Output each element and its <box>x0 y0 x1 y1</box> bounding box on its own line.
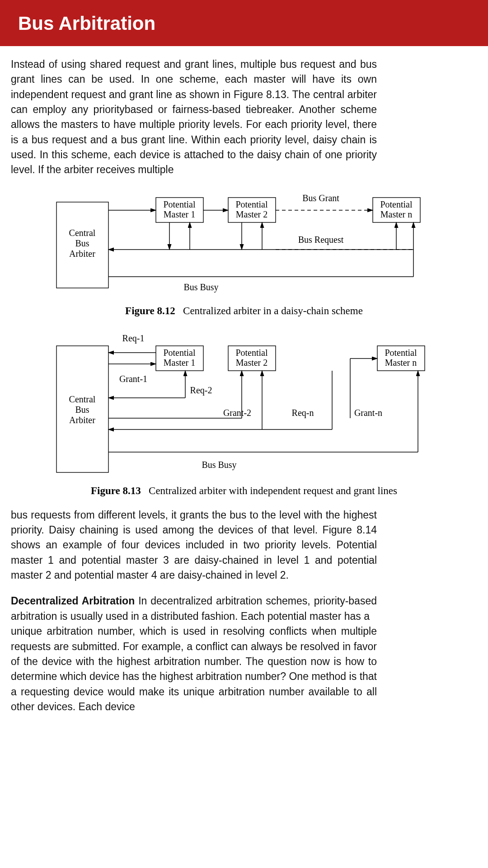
m2b-l2: Master 2 <box>236 358 268 368</box>
figure-8-13: Central Bus Arbiter Potential Master 1 P… <box>52 328 436 481</box>
fig13-cap-bold: Figure 8.13 <box>91 485 141 496</box>
mn-l2: Master n <box>380 209 413 219</box>
figure-8-13-caption: Figure 8.13 Centralized arbiter with ind… <box>11 485 477 497</box>
fig12-cap-text: Centralized arbiter in a daisy-chain sch… <box>183 305 363 316</box>
decentralized-heading: Decentralized Arbitration <box>11 595 135 607</box>
figure-8-12-caption: Figure 8.12 Centralized arbiter in a dai… <box>11 305 477 317</box>
arb2-l3: Arbiter <box>69 415 95 425</box>
m2-l2: Master 2 <box>236 209 268 219</box>
arbiter-l1: Central <box>69 228 96 238</box>
arb2-l2: Bus <box>75 405 89 415</box>
busbusy-label: Bus Busy <box>183 282 218 292</box>
grantn-label: Grant-n <box>354 408 382 418</box>
req2-label: Req-2 <box>190 385 212 396</box>
paragraph-intro: Instead of using shared request and gran… <box>11 57 377 178</box>
busgrant-label: Bus Grant <box>302 193 339 203</box>
mn-l1: Potential <box>380 199 413 209</box>
reqn-label: Req-n <box>292 408 314 418</box>
busbusy2-label: Bus Busy <box>202 460 236 470</box>
grant1-label: Grant-1 <box>119 374 147 384</box>
m1-l1: Potential <box>163 199 196 209</box>
fig12-cap-bold: Figure 8.12 <box>125 305 175 316</box>
grant2-label: Grant-2 <box>223 408 251 418</box>
paragraph-decentralized: Decentralized Arbitration In decentraliz… <box>11 594 377 714</box>
mnb-l2: Master n <box>385 358 417 368</box>
req1-label: Req-1 <box>122 333 145 344</box>
fig13-cap-text: Centralized arbiter with independent req… <box>149 485 397 496</box>
page-title: Bus Arbitration <box>18 13 470 34</box>
m1b-l2: Master 1 <box>164 358 196 368</box>
paragraph-after-figures: bus requests from different levels, it g… <box>11 508 377 583</box>
busrequest-label: Bus Request <box>298 235 344 245</box>
m2b-l1: Potential <box>235 348 268 358</box>
arb2-l1: Central <box>69 394 96 404</box>
figure-8-12: Central Bus Arbiter Potential Master 1 P… <box>52 189 436 302</box>
arbiter-l2: Bus <box>75 238 89 248</box>
m2-l1: Potential <box>235 199 268 209</box>
page-content: Instead of using shared request and gran… <box>0 46 488 736</box>
m1b-l1: Potential <box>163 348 196 358</box>
m1-l2: Master 1 <box>164 209 196 219</box>
page-header: Bus Arbitration <box>0 0 488 46</box>
para3b: unique arbitration number, which is used… <box>11 625 377 712</box>
arbiter-l3: Arbiter <box>69 249 95 259</box>
mnb-l1: Potential <box>385 348 417 358</box>
